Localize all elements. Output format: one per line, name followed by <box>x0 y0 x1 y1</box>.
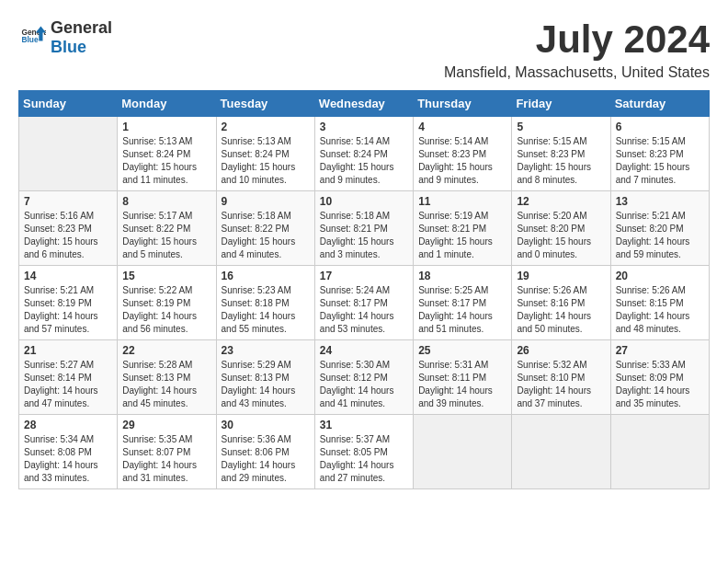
day-info: Sunrise: 5:22 AM Sunset: 8:19 PM Dayligh… <box>122 284 210 336</box>
calendar-cell <box>19 117 118 191</box>
day-info: Sunrise: 5:36 AM Sunset: 8:06 PM Dayligh… <box>222 433 310 485</box>
day-number: 29 <box>122 419 210 431</box>
column-header-thursday: Thursday <box>414 91 512 117</box>
day-info: Sunrise: 5:16 AM Sunset: 8:23 PM Dayligh… <box>24 210 112 261</box>
day-info: Sunrise: 5:32 AM Sunset: 8:10 PM Dayligh… <box>517 359 605 410</box>
calendar-cell: 12Sunrise: 5:20 AM Sunset: 8:20 PM Dayli… <box>512 191 610 266</box>
calendar-cell: 13Sunrise: 5:21 AM Sunset: 8:20 PM Dayli… <box>610 191 709 266</box>
day-info: Sunrise: 5:35 AM Sunset: 8:07 PM Dayligh… <box>122 433 210 485</box>
calendar-cell: 10Sunrise: 5:18 AM Sunset: 8:21 PM Dayli… <box>314 191 413 266</box>
calendar-cell: 31Sunrise: 5:37 AM Sunset: 8:05 PM Dayli… <box>314 415 413 489</box>
day-number: 26 <box>517 344 605 357</box>
day-info: Sunrise: 5:15 AM Sunset: 8:23 PM Dayligh… <box>517 135 605 187</box>
day-number: 24 <box>320 344 408 357</box>
calendar-cell: 5Sunrise: 5:15 AM Sunset: 8:23 PM Daylig… <box>512 117 610 191</box>
day-number: 25 <box>418 344 506 357</box>
day-info: Sunrise: 5:25 AM Sunset: 8:17 PM Dayligh… <box>418 284 506 336</box>
day-info: Sunrise: 5:17 AM Sunset: 8:22 PM Dayligh… <box>122 210 210 261</box>
day-number: 6 <box>616 121 704 133</box>
day-number: 14 <box>24 270 112 282</box>
day-number: 20 <box>616 270 704 282</box>
calendar-header: SundayMondayTuesdayWednesdayThursdayFrid… <box>19 91 710 117</box>
calendar-cell: 25Sunrise: 5:31 AM Sunset: 8:11 PM Dayli… <box>414 340 512 415</box>
day-number: 19 <box>517 270 605 282</box>
calendar-cell: 3Sunrise: 5:14 AM Sunset: 8:24 PM Daylig… <box>314 117 413 191</box>
week-row-3: 14Sunrise: 5:21 AM Sunset: 8:19 PM Dayli… <box>19 266 710 340</box>
column-header-friday: Friday <box>512 91 610 117</box>
day-number: 7 <box>24 195 112 208</box>
week-row-1: 1Sunrise: 5:13 AM Sunset: 8:24 PM Daylig… <box>19 117 710 191</box>
day-number: 15 <box>122 270 210 282</box>
logo-image: General Blue <box>18 23 46 52</box>
day-number: 31 <box>320 419 408 431</box>
week-row-5: 28Sunrise: 5:34 AM Sunset: 8:08 PM Dayli… <box>19 415 710 489</box>
day-number: 13 <box>616 195 704 208</box>
day-number: 3 <box>320 121 408 133</box>
day-number: 9 <box>222 195 310 208</box>
day-info: Sunrise: 5:28 AM Sunset: 8:13 PM Dayligh… <box>122 359 210 410</box>
day-info: Sunrise: 5:31 AM Sunset: 8:11 PM Dayligh… <box>418 359 506 410</box>
day-info: Sunrise: 5:26 AM Sunset: 8:15 PM Dayligh… <box>616 284 704 336</box>
calendar-body: 1Sunrise: 5:13 AM Sunset: 8:24 PM Daylig… <box>19 117 710 489</box>
calendar-cell: 22Sunrise: 5:28 AM Sunset: 8:13 PM Dayli… <box>118 340 216 415</box>
main-title: July 2024 <box>444 18 710 61</box>
day-number: 12 <box>517 195 605 208</box>
column-header-saturday: Saturday <box>610 91 709 117</box>
calendar-cell: 16Sunrise: 5:23 AM Sunset: 8:18 PM Dayli… <box>216 266 314 340</box>
calendar-table: SundayMondayTuesdayWednesdayThursdayFrid… <box>18 90 710 489</box>
day-number: 2 <box>222 121 310 133</box>
calendar-cell: 28Sunrise: 5:34 AM Sunset: 8:08 PM Dayli… <box>19 415 118 489</box>
day-info: Sunrise: 5:37 AM Sunset: 8:05 PM Dayligh… <box>320 433 408 485</box>
logo: General Blue General Blue <box>18 18 112 57</box>
day-info: Sunrise: 5:34 AM Sunset: 8:08 PM Dayligh… <box>24 433 112 485</box>
calendar-cell: 9Sunrise: 5:18 AM Sunset: 8:22 PM Daylig… <box>216 191 314 266</box>
day-info: Sunrise: 5:26 AM Sunset: 8:16 PM Dayligh… <box>517 284 605 336</box>
day-info: Sunrise: 5:21 AM Sunset: 8:19 PM Dayligh… <box>24 284 112 336</box>
calendar-cell: 19Sunrise: 5:26 AM Sunset: 8:16 PM Dayli… <box>512 266 610 340</box>
calendar-cell: 21Sunrise: 5:27 AM Sunset: 8:14 PM Dayli… <box>19 340 118 415</box>
day-number: 30 <box>222 419 310 431</box>
logo-general: General <box>51 18 112 37</box>
calendar-cell: 23Sunrise: 5:29 AM Sunset: 8:13 PM Dayli… <box>216 340 314 415</box>
header-row: SundayMondayTuesdayWednesdayThursdayFrid… <box>19 91 710 117</box>
day-info: Sunrise: 5:13 AM Sunset: 8:24 PM Dayligh… <box>122 135 210 187</box>
calendar-cell: 14Sunrise: 5:21 AM Sunset: 8:19 PM Dayli… <box>19 266 118 340</box>
week-row-4: 21Sunrise: 5:27 AM Sunset: 8:14 PM Dayli… <box>19 340 710 415</box>
day-info: Sunrise: 5:29 AM Sunset: 8:13 PM Dayligh… <box>222 359 310 410</box>
calendar-cell <box>512 415 610 489</box>
day-number: 17 <box>320 270 408 282</box>
subtitle: Mansfield, Massachusetts, United States <box>444 64 710 81</box>
day-number: 28 <box>24 419 112 431</box>
calendar-cell: 8Sunrise: 5:17 AM Sunset: 8:22 PM Daylig… <box>118 191 216 266</box>
column-header-tuesday: Tuesday <box>216 91 314 117</box>
calendar-cell: 29Sunrise: 5:35 AM Sunset: 8:07 PM Dayli… <box>118 415 216 489</box>
day-info: Sunrise: 5:20 AM Sunset: 8:20 PM Dayligh… <box>517 210 605 261</box>
day-info: Sunrise: 5:21 AM Sunset: 8:20 PM Dayligh… <box>616 210 704 261</box>
day-info: Sunrise: 5:19 AM Sunset: 8:21 PM Dayligh… <box>418 210 506 261</box>
day-info: Sunrise: 5:23 AM Sunset: 8:18 PM Dayligh… <box>222 284 310 336</box>
calendar-cell: 6Sunrise: 5:15 AM Sunset: 8:23 PM Daylig… <box>610 117 709 191</box>
day-info: Sunrise: 5:14 AM Sunset: 8:24 PM Dayligh… <box>320 135 408 187</box>
calendar-cell: 4Sunrise: 5:14 AM Sunset: 8:23 PM Daylig… <box>414 117 512 191</box>
svg-text:Blue: Blue <box>21 35 38 44</box>
title-area: July 2024 Mansfield, Massachusetts, Unit… <box>444 18 710 81</box>
calendar-cell: 26Sunrise: 5:32 AM Sunset: 8:10 PM Dayli… <box>512 340 610 415</box>
day-number: 23 <box>222 344 310 357</box>
day-number: 10 <box>320 195 408 208</box>
day-number: 27 <box>616 344 704 357</box>
day-number: 18 <box>418 270 506 282</box>
day-info: Sunrise: 5:27 AM Sunset: 8:14 PM Dayligh… <box>24 359 112 410</box>
day-number: 4 <box>418 121 506 133</box>
calendar-cell: 15Sunrise: 5:22 AM Sunset: 8:19 PM Dayli… <box>118 266 216 340</box>
calendar-cell: 7Sunrise: 5:16 AM Sunset: 8:23 PM Daylig… <box>19 191 118 266</box>
column-header-sunday: Sunday <box>19 91 118 117</box>
calendar-cell: 24Sunrise: 5:30 AM Sunset: 8:12 PM Dayli… <box>314 340 413 415</box>
calendar-cell: 11Sunrise: 5:19 AM Sunset: 8:21 PM Dayli… <box>414 191 512 266</box>
calendar-cell: 2Sunrise: 5:13 AM Sunset: 8:24 PM Daylig… <box>216 117 314 191</box>
day-info: Sunrise: 5:13 AM Sunset: 8:24 PM Dayligh… <box>222 135 310 187</box>
calendar-cell: 30Sunrise: 5:36 AM Sunset: 8:06 PM Dayli… <box>216 415 314 489</box>
logo-blue: Blue <box>51 38 86 56</box>
calendar-cell: 20Sunrise: 5:26 AM Sunset: 8:15 PM Dayli… <box>610 266 709 340</box>
day-number: 22 <box>122 344 210 357</box>
day-info: Sunrise: 5:33 AM Sunset: 8:09 PM Dayligh… <box>616 359 704 410</box>
